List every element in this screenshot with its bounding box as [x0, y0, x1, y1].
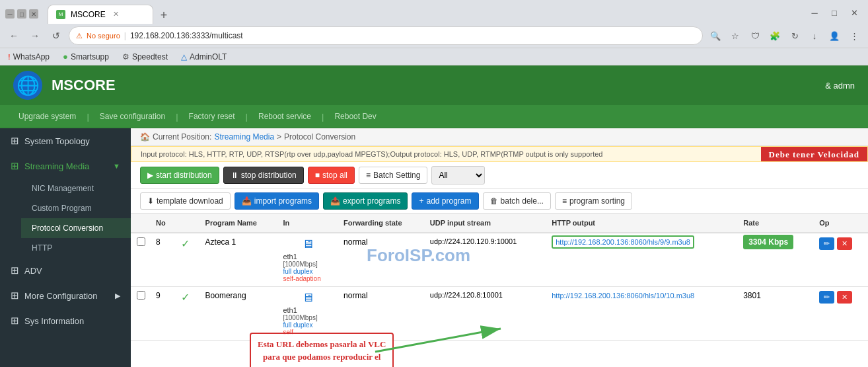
minimize-button[interactable]: ─ [5, 9, 15, 19]
restore-window-icon[interactable]: □ [826, 4, 843, 21]
row2-eth: eth1 [283, 306, 333, 314]
row2-delete-button[interactable]: ✕ [837, 291, 852, 304]
row2-no: 9 [151, 287, 176, 341]
row1-edit-button[interactable]: ✏ [819, 237, 834, 250]
row1-program-name: Azteca 1 [200, 233, 278, 287]
breadcrumb-arrow: > [277, 132, 281, 142]
sidebar-label-system-topology: System Topology [24, 136, 90, 146]
export-programs-button[interactable]: 📤 export programs [323, 192, 408, 210]
row1-checkbox[interactable] [137, 237, 145, 246]
row2-edit-button[interactable]: ✏ [819, 291, 834, 304]
batch-delete-button[interactable]: 🗑 batch dele... [483, 192, 551, 210]
browser-titlebar: ─ □ ✕ M MSCORE ✕ + ─ □ ✕ [0, 0, 868, 24]
back-button[interactable]: ← [5, 27, 22, 44]
start-distribution-button[interactable]: ▶ start distribution [140, 167, 219, 184]
row2-duplex: full duplex [283, 321, 333, 329]
minimize-window-icon[interactable]: ─ [806, 4, 823, 21]
import-programs-button[interactable]: 📥 import programs [235, 192, 319, 210]
sidebar-item-streaming-media[interactable]: ⊞ Streaming Media ▼ [0, 153, 131, 179]
sidebar-sub-item-custom-program[interactable]: Custom Program [21, 198, 131, 218]
reboot-service-button[interactable]: Reboot service [253, 109, 316, 124]
extension-icon[interactable]: 🧩 [766, 27, 783, 44]
close-window-icon[interactable]: ✕ [846, 4, 863, 21]
table-row: 9 ✓ Boomerang 🖥 eth1 [1000Mbps] [131, 287, 868, 341]
profile-icon[interactable]: 👤 [826, 27, 843, 44]
sidebar-sub-item-http[interactable]: HTTP [21, 238, 131, 258]
th-udp-input: UDP input stream [425, 214, 546, 233]
alert-text: Input protocol: HLS, HTTP, RTP, UDP, RTS… [141, 150, 602, 158]
refresh-button[interactable]: ↺ [48, 27, 65, 44]
row2-status: ✓ [176, 287, 199, 341]
refresh2-icon[interactable]: ↻ [786, 27, 803, 44]
app-user: & admn [825, 81, 855, 91]
star-icon[interactable]: ☆ [727, 27, 744, 44]
bookmark-speedtest-label: Speedtest [132, 52, 168, 61]
bookmark-smartsupp[interactable]: ● Smartsupp [60, 50, 112, 63]
sidebar-label-adv: ADV [24, 266, 42, 276]
batch-select[interactable]: All Selected [431, 166, 485, 184]
stop-distribution-button[interactable]: ⏸ stop distribution [223, 167, 304, 184]
close-button[interactable]: ✕ [29, 9, 38, 19]
alert-overlay-text: Debe tener Velocidad [761, 147, 867, 162]
bookmarks-bar: ! WhatsApp ● Smartsupp ⚙ Speedtest △ Adm… [0, 48, 868, 65]
browser-chrome: ─ □ ✕ M MSCORE ✕ + ─ □ ✕ ← → ↺ ⚠ No segu… [0, 0, 868, 65]
sidebar-item-adv[interactable]: ⊞ ADV [0, 258, 131, 283]
bookmark-adminolt[interactable]: △ AdminOLT [178, 51, 229, 63]
tab-close-button[interactable]: ✕ [111, 9, 122, 20]
batch-setting-icon: ≡ [366, 171, 371, 180]
search-icon[interactable]: 🔍 [707, 27, 724, 44]
sidebar-item-sys-information[interactable]: ⊞ Sys Information [0, 308, 131, 333]
breadcrumb-page: Protocol Conversion [284, 132, 355, 142]
th-no: No [151, 214, 176, 233]
factory-reset-button[interactable]: Factory reset [184, 109, 240, 124]
bookmark-speedtest[interactable]: ⚙ Speedtest [120, 51, 170, 63]
stop-all-button[interactable]: ■ stop all [308, 167, 355, 184]
maximize-button[interactable]: □ [17, 9, 26, 19]
action-bar: ▶ start distribution ⏸ stop distribution… [131, 162, 868, 189]
row1-eth-speed: [1000Mbps] [283, 261, 333, 268]
upgrade-system-button[interactable]: Upgrade system [13, 109, 81, 124]
new-tab-button[interactable]: + [156, 8, 172, 24]
sidebar-sub-item-protocol-conversion[interactable]: Protocol Conversion [21, 218, 131, 238]
adv-icon: ⊞ [11, 265, 19, 276]
sidebar-item-more-configuration[interactable]: ⊞ More Configuration ▶ [0, 283, 131, 308]
shield-icon[interactable]: 🛡 [746, 27, 764, 44]
tab-favicon: M [56, 10, 65, 19]
menu-icon[interactable]: ⋮ [846, 27, 863, 44]
sidebar-item-system-topology[interactable]: ⊞ System Topology [0, 128, 131, 153]
app-title: MSCORE [52, 77, 825, 94]
template-download-button[interactable]: ⬇ template download [140, 192, 231, 210]
program-sorting-button[interactable]: ≡ program sorting [555, 192, 632, 210]
row1-delete-button[interactable]: ✕ [837, 237, 852, 250]
active-tab[interactable]: M MSCORE ✕ [48, 5, 153, 24]
pause-icon: ⏸ [231, 171, 238, 180]
programs-table: No Program Name In Forwarding state UDP … [131, 214, 868, 341]
content-wrapper: 🏠 Current Position: Streaming Media > Pr… [131, 128, 868, 367]
import-icon: 📥 [242, 196, 252, 206]
address-bar[interactable]: ⚠ No seguro | 192.168.200.136:3333/multi… [69, 26, 703, 45]
system-topology-icon: ⊞ [11, 135, 19, 147]
th-in: In [277, 214, 338, 233]
security-warning-text: No seguro [87, 32, 120, 40]
sidebar-sub-item-nic-management[interactable]: NIC Management [21, 179, 131, 198]
row2-checkbox[interactable] [137, 291, 145, 300]
reboot-dev-button[interactable]: Reboot Dev [329, 109, 381, 124]
browser-toolbar: ← → ↺ ⚠ No seguro | 192.168.200.136:3333… [0, 24, 868, 48]
delete-icon: 🗑 [490, 196, 498, 206]
bookmark-whatsapp[interactable]: ! WhatsApp [5, 51, 52, 63]
breadcrumb: 🏠 Current Position: Streaming Media > Pr… [131, 128, 868, 146]
th-checkbox [131, 214, 151, 233]
breadcrumb-section-link[interactable]: Streaming Media [214, 132, 274, 142]
whatsapp-icon: ! [8, 53, 11, 61]
save-configuration-button[interactable]: Save configuration [94, 109, 170, 124]
row2-checkbox-cell [131, 287, 151, 341]
row1-duplex: full duplex [283, 268, 333, 275]
downloads-icon[interactable]: ↓ [806, 27, 823, 44]
stop-icon: ■ [315, 171, 320, 180]
browser-toolbar-actions: 🔍 ☆ 🛡 🧩 ↻ ↓ 👤 ⋮ [707, 27, 863, 44]
batch-setting-button[interactable]: ≡ Batch Setting [359, 167, 427, 184]
add-program-button[interactable]: + add program [412, 192, 478, 210]
row1-monitor-icon: 🖥 [302, 237, 314, 251]
forward-button[interactable]: → [26, 27, 44, 44]
smartsupp-icon: ● [63, 52, 68, 61]
